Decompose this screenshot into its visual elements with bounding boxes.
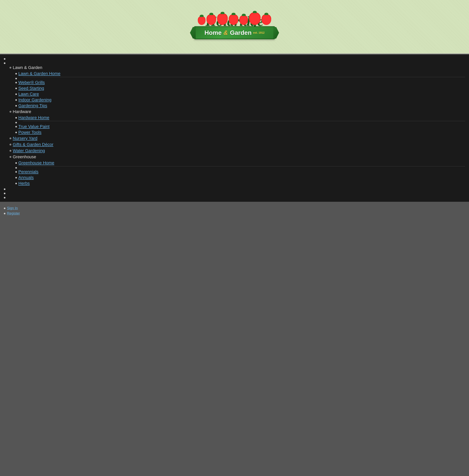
gifts-garden-decor-item[interactable]: Gifts & Garden Décor xyxy=(10,141,465,148)
empty-item-1 xyxy=(16,78,465,80)
bullet-dot-1 xyxy=(4,58,5,60)
perennials-item[interactable]: Perennials xyxy=(16,169,465,175)
square-bullet-3 xyxy=(16,82,17,83)
banner-garden: Garden xyxy=(230,29,252,36)
hardware-home-item[interactable]: Hardware Home xyxy=(16,115,465,120)
circle-bullet-water xyxy=(10,150,11,152)
square-bullet-6 xyxy=(16,99,17,101)
greenhouse-header: Greenhouse xyxy=(10,154,465,160)
greenhouse-label: Greenhouse xyxy=(13,154,36,159)
herbs-link[interactable]: Herbs xyxy=(18,181,30,186)
square-bullet-14 xyxy=(16,171,17,172)
lawn-care-item[interactable]: Lawn Care xyxy=(16,91,465,97)
weber-grills-item[interactable]: Weber® Grills xyxy=(16,80,465,85)
lawn-garden-label: Lawn & Garden xyxy=(13,65,42,70)
main-nav-area: Lawn & Garden Lawn & Garden Home Weber® … xyxy=(0,55,469,202)
gardening-tips-link[interactable]: Gardening Tips xyxy=(18,103,47,108)
square-bullet-15 xyxy=(16,177,17,178)
divider-2 xyxy=(16,121,465,121)
hardware-header: Hardware xyxy=(10,109,465,115)
bullet-dot-4 xyxy=(4,193,5,194)
indoor-gardening-item[interactable]: Indoor Gardening xyxy=(16,97,465,103)
nursery-yard-item[interactable]: Nursery Yard xyxy=(10,135,465,141)
greenhouse-items: Greenhouse Home Perennials Annuals xyxy=(10,160,465,186)
bullet-dot-register xyxy=(4,213,5,214)
perennials-link[interactable]: Perennials xyxy=(18,169,38,174)
nav-item-empty-5 xyxy=(4,196,465,200)
banner-text: Home & Garden xyxy=(204,29,252,36)
square-bullet-11 xyxy=(16,132,17,133)
lawn-garden-submenu: Lawn & Garden Lawn & Garden Home Weber® … xyxy=(4,65,465,186)
square-bullet-8 xyxy=(16,117,17,119)
power-tools-link[interactable]: Power Tools xyxy=(18,130,41,135)
banner-est: est. 1912 xyxy=(253,31,264,34)
indoor-gardening-link[interactable]: Indoor Gardening xyxy=(18,97,51,102)
circle-bullet-gifts xyxy=(10,144,11,145)
nursery-yard-link[interactable]: Nursery Yard xyxy=(13,136,37,141)
water-gardening-link[interactable]: Water Gardening xyxy=(13,148,45,153)
lawn-care-link[interactable]: Lawn Care xyxy=(18,92,39,97)
square-bullet-16 xyxy=(16,183,17,184)
strawberry-decoration xyxy=(198,12,271,25)
bottom-nav: Sign In Register xyxy=(0,202,469,222)
water-gardening-item[interactable]: Water Gardening xyxy=(10,148,465,154)
power-tools-item[interactable]: Power Tools xyxy=(16,130,465,135)
site-header: Holdridge Home & Garden est. 1912 xyxy=(0,0,469,54)
annuals-link[interactable]: Annuals xyxy=(18,175,34,180)
nav-item-empty-1 xyxy=(4,57,465,61)
greenhouse-home-item[interactable]: Greenhouse Home xyxy=(16,160,465,166)
square-bullet-9 xyxy=(16,122,17,123)
hardware-items: Hardware Home True Value Paint Power Too… xyxy=(10,115,465,135)
true-value-paint-item[interactable]: True Value Paint xyxy=(16,124,465,130)
lawn-garden-items: Lawn & Garden Home Weber® Grills Seed St… xyxy=(10,71,465,109)
hardware-label: Hardware xyxy=(13,109,31,114)
empty-item-2 xyxy=(16,121,465,124)
logo-container: Holdridge Home & Garden est. 1912 xyxy=(194,14,275,39)
lawn-garden-home-link[interactable]: Lawn & Garden Home xyxy=(18,71,61,76)
circle-bullet-greenhouse xyxy=(10,156,11,158)
square-bullet-10 xyxy=(16,126,17,127)
square-bullet-4 xyxy=(16,88,17,89)
banner-home: Home xyxy=(204,29,222,36)
circle-bullet-lawn xyxy=(10,67,11,68)
circle-bullet-nursery xyxy=(10,137,11,139)
square-bullet-13 xyxy=(16,167,17,169)
greenhouse-home-link[interactable]: Greenhouse Home xyxy=(18,160,54,165)
main-nav-list: Lawn & Garden Lawn & Garden Home Weber® … xyxy=(0,55,469,202)
hardware-home-link[interactable]: Hardware Home xyxy=(18,115,49,120)
bottom-nav-list: Sign In Register xyxy=(4,206,465,216)
lawn-garden-header: Lawn & Garden xyxy=(10,65,465,71)
lawn-garden-home-item[interactable]: Lawn & Garden Home xyxy=(16,71,465,77)
annuals-item[interactable]: Annuals xyxy=(16,175,465,181)
logo-banner: Home & Garden est. 1912 xyxy=(194,26,275,39)
seed-starting-link[interactable]: Seed Starting xyxy=(18,86,44,91)
nav-item-empty-3 xyxy=(4,187,465,191)
bullet-dot-signin xyxy=(4,207,5,209)
circle-bullet-hardware xyxy=(10,111,11,113)
sign-in-link[interactable]: Sign In xyxy=(7,206,18,210)
seed-starting-item[interactable]: Seed Starting xyxy=(16,85,465,91)
nav-item-2: Lawn & Garden Lawn & Garden Home Weber® … xyxy=(4,61,465,187)
square-bullet-7 xyxy=(16,105,17,106)
true-value-paint-link[interactable]: True Value Paint xyxy=(18,124,49,129)
bullet-dot-3 xyxy=(4,188,5,190)
register-link[interactable]: Register xyxy=(7,211,20,216)
square-bullet-12 xyxy=(16,162,17,164)
divider-1 xyxy=(16,77,465,77)
square-bullet-2 xyxy=(16,78,17,79)
banner-ampersand: & xyxy=(224,29,228,36)
square-bullet-5 xyxy=(16,94,17,95)
empty-item-3 xyxy=(16,167,465,169)
gardening-tips-item[interactable]: Gardening Tips xyxy=(16,103,465,109)
sign-in-item[interactable]: Sign In xyxy=(4,206,465,211)
gifts-garden-decor-link[interactable]: Gifts & Garden Décor xyxy=(13,142,53,147)
nav-item-empty-4 xyxy=(4,191,465,196)
bullet-dot-5 xyxy=(4,197,5,199)
herbs-item[interactable]: Herbs xyxy=(16,181,465,186)
weber-grills-link[interactable]: Weber® Grills xyxy=(18,80,45,85)
register-item[interactable]: Register xyxy=(4,211,465,216)
square-bullet xyxy=(16,73,17,74)
bullet-dot-2 xyxy=(4,62,5,64)
